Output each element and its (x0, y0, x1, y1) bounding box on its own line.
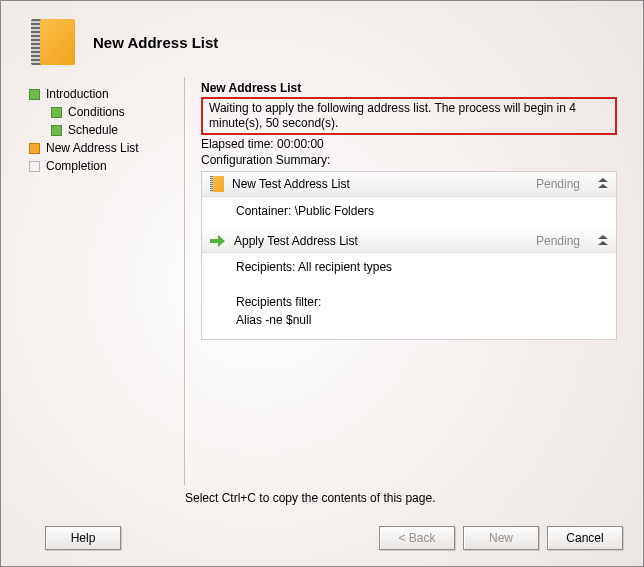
panel-title: Apply Test Address List (234, 234, 528, 248)
panel-line: Alias -ne $null (236, 312, 606, 329)
step-done-icon (51, 107, 62, 118)
panel-line: Recipients filter: (236, 294, 606, 311)
vertical-divider (184, 77, 185, 485)
nav-item-conditions[interactable]: Conditions (29, 103, 184, 121)
wizard-header: New Address List (1, 1, 643, 77)
wizard-main: New Address List Waiting to apply the fo… (191, 77, 633, 485)
button-row: Help < Back New Cancel (1, 526, 643, 550)
step-done-icon (29, 89, 40, 100)
panel-header[interactable]: Apply Test Address List Pending (202, 230, 616, 253)
nav-item-completion[interactable]: Completion (29, 157, 184, 175)
elapsed-value: 00:00:00 (277, 137, 324, 151)
wizard-body: Introduction Conditions Schedule New Add… (1, 77, 643, 485)
waiting-message-box: Waiting to apply the following address l… (201, 97, 617, 135)
nav-item-new-address-list[interactable]: New Address List (29, 139, 184, 157)
step-pending-icon (29, 161, 40, 172)
cancel-button[interactable]: Cancel (547, 526, 623, 550)
nav-label: New Address List (46, 141, 139, 155)
step-done-icon (51, 125, 62, 136)
panel-header[interactable]: New Test Address List Pending (202, 172, 616, 197)
step-current-icon (29, 143, 40, 154)
panel-line: Recipients: All recipient types (236, 259, 606, 276)
nav-label: Schedule (68, 123, 118, 137)
new-button[interactable]: New (463, 526, 539, 550)
address-list-icon (31, 19, 75, 65)
nav-item-schedule[interactable]: Schedule (29, 121, 184, 139)
panel-line: Container: \Public Folders (236, 203, 606, 220)
nav-label: Introduction (46, 87, 109, 101)
summary-panel: New Test Address List Pending Container:… (201, 171, 617, 340)
section-title: New Address List (201, 81, 617, 95)
config-summary-label: Configuration Summary: (201, 153, 617, 167)
collapse-icon[interactable] (598, 235, 608, 247)
panel-title: New Test Address List (232, 177, 528, 191)
back-button[interactable]: < Back (379, 526, 455, 550)
nav-item-introduction[interactable]: Introduction (29, 85, 184, 103)
address-list-icon (210, 176, 224, 192)
elapsed-line: Elapsed time: 00:00:00 (201, 137, 617, 151)
help-button[interactable]: Help (45, 526, 121, 550)
nav-label: Conditions (68, 105, 125, 119)
panel-status: Pending (536, 234, 580, 248)
panel-status: Pending (536, 177, 580, 191)
wizard-nav: Introduction Conditions Schedule New Add… (29, 77, 184, 485)
elapsed-label: Elapsed time: (201, 137, 274, 151)
waiting-message: Waiting to apply the following address l… (209, 101, 576, 130)
nav-label: Completion (46, 159, 107, 173)
apply-arrow-icon (210, 235, 226, 247)
collapse-icon[interactable] (598, 178, 608, 190)
panel-line (236, 277, 606, 294)
copy-hint: Select Ctrl+C to copy the contents of th… (185, 491, 643, 505)
panel-body: Container: \Public Folders (202, 197, 616, 230)
panel-body: Recipients: All recipient types Recipien… (202, 253, 616, 339)
page-title: New Address List (93, 34, 218, 51)
